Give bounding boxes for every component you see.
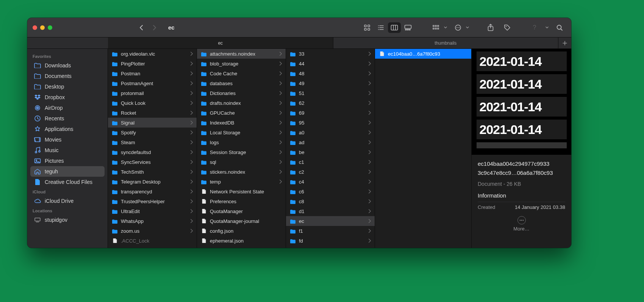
- tab[interactable]: thumbnails: [333, 37, 559, 48]
- tab[interactable]: ec: [108, 37, 333, 48]
- list-item[interactable]: transparencyd: [108, 187, 197, 196]
- view-columns[interactable]: [388, 22, 401, 33]
- sidebar-item[interactable]: Movies: [30, 134, 105, 145]
- list-item[interactable]: temp: [197, 177, 286, 187]
- sidebar-item[interactable]: Creative Cloud Files: [30, 177, 105, 187]
- sidebar-item[interactable]: Applications: [30, 124, 105, 134]
- list-item[interactable]: Session Storage: [197, 147, 286, 157]
- list-item[interactable]: org.videolan.vlc: [108, 49, 197, 59]
- view-gallery[interactable]: [402, 22, 414, 33]
- list-item[interactable]: be: [286, 147, 375, 157]
- list-item[interactable]: c8: [286, 196, 375, 206]
- preview-kind: Document - 26 KB: [478, 181, 565, 187]
- list-item[interactable]: ec: [286, 216, 375, 226]
- list-item[interactable]: protonmail: [108, 88, 197, 98]
- back-button[interactable]: [135, 22, 148, 33]
- list-item[interactable]: c1: [286, 157, 375, 167]
- list-item[interactable]: drafts.noindex: [197, 98, 286, 108]
- list-item[interactable]: ephemeral.json: [197, 236, 286, 246]
- sidebar-item[interactable]: Dropbox: [30, 92, 105, 103]
- list-item[interactable]: Code Cache: [197, 68, 286, 78]
- help-button[interactable]: ?: [528, 22, 541, 33]
- list-item[interactable]: Dictionaries: [197, 88, 286, 98]
- list-item[interactable]: zoom.us: [108, 226, 197, 236]
- sidebar-item-label: Dropbox: [45, 94, 65, 100]
- list-item[interactable]: PostmanAgent: [108, 78, 197, 88]
- tags-button[interactable]: [501, 22, 514, 33]
- list-item[interactable]: Local Storage: [197, 128, 286, 137]
- sidebar-item[interactable]: Documents: [30, 71, 105, 81]
- list-item[interactable]: WhatsApp: [108, 216, 197, 226]
- preview-thumb-row: 2021-01-14: [476, 119, 567, 140]
- svg-rect-15: [407, 29, 408, 30]
- list-item[interactable]: Telegram Desktop: [108, 177, 197, 187]
- list-item[interactable]: 33: [286, 49, 375, 59]
- list-item[interactable]: Network Persistent State: [197, 187, 286, 196]
- sidebar-item[interactable]: Downloads: [30, 60, 105, 71]
- list-item[interactable]: 48: [286, 68, 375, 78]
- list-item[interactable]: ad: [286, 137, 375, 147]
- sidebar-item[interactable]: Pictures: [30, 156, 105, 166]
- close-window[interactable]: [33, 25, 37, 30]
- list-item[interactable]: sql: [197, 157, 286, 167]
- zoom-window[interactable]: [48, 25, 52, 30]
- list-item[interactable]: stickers.noindex: [197, 167, 286, 177]
- list-item[interactable]: attachments.noindex: [197, 49, 286, 59]
- list-item[interactable]: UltraEdit: [108, 206, 197, 216]
- list-item[interactable]: 49: [286, 78, 375, 88]
- list-item[interactable]: c2: [286, 167, 375, 177]
- list-item[interactable]: 69: [286, 108, 375, 118]
- list-item[interactable]: TechSmith: [108, 167, 197, 177]
- list-item[interactable]: Steam: [108, 137, 197, 147]
- share-button[interactable]: [484, 22, 497, 33]
- list-item[interactable]: IndexedDB: [197, 118, 286, 128]
- list-item[interactable]: Rocket: [108, 108, 197, 118]
- action-menu[interactable]: [452, 22, 470, 33]
- new-tab-button[interactable]: [558, 37, 571, 48]
- list-item[interactable]: Signal: [108, 118, 197, 128]
- item-name: c6: [299, 189, 365, 195]
- chevron-right-icon: [368, 228, 372, 234]
- list-item[interactable]: f1: [286, 226, 375, 236]
- sidebar-item[interactable]: AirDrop: [30, 103, 105, 113]
- list-item[interactable]: blob_storage: [197, 59, 286, 68]
- list-item[interactable]: .ACCC_Lock: [108, 236, 197, 246]
- list-item[interactable]: QuotaManager: [197, 206, 286, 216]
- list-item[interactable]: Postman: [108, 68, 197, 78]
- sidebar-item[interactable]: Recents: [30, 113, 105, 124]
- list-item[interactable]: Preferences: [197, 196, 286, 206]
- forward-button[interactable]: [148, 22, 161, 33]
- group-menu[interactable]: [430, 22, 448, 33]
- sidebar-item[interactable]: teguh: [30, 166, 105, 177]
- view-list[interactable]: [374, 22, 387, 33]
- list-item[interactable]: Spotify: [108, 128, 197, 137]
- preview-more[interactable]: More…: [513, 216, 530, 232]
- list-item[interactable]: c4: [286, 177, 375, 187]
- list-item[interactable]: 44: [286, 59, 375, 68]
- list-item[interactable]: GPUCache: [197, 108, 286, 118]
- minimize-window[interactable]: [40, 25, 45, 30]
- list-item[interactable]: syncdefaultsd: [108, 147, 197, 157]
- list-item[interactable]: Quick Look: [108, 98, 197, 108]
- sidebar-item[interactable]: stupidgov: [30, 215, 105, 225]
- list-item[interactable]: ec104baa0…6a7f80c93: [375, 49, 471, 59]
- list-item[interactable]: databases: [197, 78, 286, 88]
- sidebar-item[interactable]: iCloud Drive: [30, 196, 105, 206]
- sidebar-item[interactable]: Desktop: [30, 81, 105, 92]
- list-item[interactable]: PingPlotter: [108, 59, 197, 68]
- sidebar-item[interactable]: Music: [30, 145, 105, 156]
- search-button[interactable]: [553, 22, 566, 33]
- list-item[interactable]: fd: [286, 236, 375, 246]
- list-item[interactable]: 51: [286, 88, 375, 98]
- list-item[interactable]: SyncServices: [108, 157, 197, 167]
- list-item[interactable]: QuotaManager-journal: [197, 216, 286, 226]
- list-item[interactable]: d1: [286, 206, 375, 216]
- list-item[interactable]: TrustedPeersHelper: [108, 196, 197, 206]
- list-item[interactable]: c6: [286, 187, 375, 196]
- view-icons[interactable]: [361, 22, 374, 33]
- list-item[interactable]: 62: [286, 98, 375, 108]
- list-item[interactable]: logs: [197, 137, 286, 147]
- list-item[interactable]: 95: [286, 118, 375, 128]
- list-item[interactable]: a0: [286, 128, 375, 137]
- list-item[interactable]: config.json: [197, 226, 286, 236]
